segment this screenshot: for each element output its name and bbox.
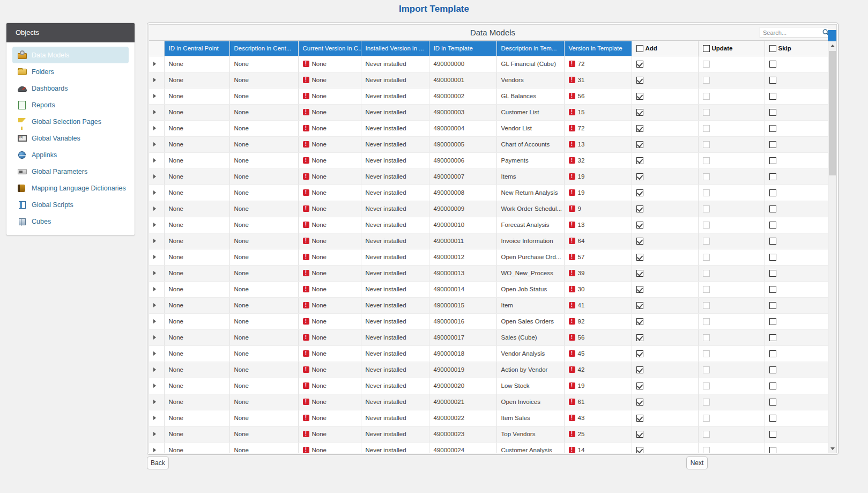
vertical-scrollbar[interactable]: [828, 41, 836, 453]
table-row[interactable]: NoneNoneNoneNever installed490000009Work…: [149, 201, 828, 217]
chevron-right-icon[interactable]: [153, 319, 156, 323]
add-checkbox[interactable]: [636, 399, 643, 406]
cell-add[interactable]: [632, 185, 698, 201]
cell-skip[interactable]: [765, 442, 828, 453]
sidebar-item-data-models[interactable]: Data Models: [12, 47, 129, 63]
chevron-up-icon[interactable]: [828, 41, 836, 50]
chevron-right-icon[interactable]: [153, 432, 156, 436]
cell-update[interactable]: [698, 104, 765, 120]
cell-update[interactable]: [698, 329, 765, 345]
add-checkbox[interactable]: [636, 141, 643, 148]
chevron-right-icon[interactable]: [153, 62, 156, 66]
skip-checkbox[interactable]: [769, 334, 776, 341]
row-expander-cell[interactable]: [149, 281, 164, 297]
row-expander-cell[interactable]: [149, 329, 164, 345]
row-expander-cell[interactable]: [149, 249, 164, 265]
cell-update[interactable]: [698, 152, 765, 168]
skip-checkbox[interactable]: [769, 157, 776, 164]
cell-add[interactable]: [632, 136, 698, 152]
add-checkbox[interactable]: [636, 270, 643, 277]
add-checkbox[interactable]: [636, 173, 643, 180]
cell-skip[interactable]: [765, 168, 828, 185]
cell-update[interactable]: [698, 281, 765, 297]
cell-add[interactable]: [632, 362, 698, 378]
cell-skip[interactable]: [765, 362, 828, 378]
add-checkbox[interactable]: [636, 205, 643, 212]
chevron-right-icon[interactable]: [153, 158, 156, 163]
chevron-right-icon[interactable]: [153, 126, 156, 130]
cell-update[interactable]: [698, 297, 765, 313]
add-checkbox[interactable]: [636, 77, 643, 84]
cell-update[interactable]: [698, 345, 765, 362]
row-expander-cell[interactable]: [149, 185, 164, 201]
add-checkbox[interactable]: [636, 109, 643, 116]
cell-update[interactable]: [698, 217, 765, 233]
sidebar-item-reports[interactable]: Reports: [12, 97, 129, 113]
cell-add[interactable]: [632, 249, 698, 265]
skip-checkbox[interactable]: [769, 447, 776, 453]
chevron-right-icon[interactable]: [153, 416, 156, 420]
row-expander-cell[interactable]: [149, 56, 164, 72]
chevron-right-icon[interactable]: [153, 271, 156, 275]
cell-add[interactable]: [632, 378, 698, 394]
sidebar-item-dashboards[interactable]: Dashboards: [12, 80, 129, 97]
row-expander-cell[interactable]: [149, 217, 164, 233]
skip-checkbox[interactable]: [769, 270, 776, 277]
cell-skip[interactable]: [765, 329, 828, 345]
table-row[interactable]: NoneNoneNoneNever installed490000019Acti…: [149, 362, 828, 378]
add-checkbox[interactable]: [636, 93, 643, 100]
cell-skip[interactable]: [765, 281, 828, 297]
row-expander-cell[interactable]: [149, 410, 164, 426]
skip-checkbox[interactable]: [769, 366, 776, 373]
add-checkbox[interactable]: [636, 238, 643, 245]
cell-update[interactable]: [698, 394, 765, 410]
table-row[interactable]: NoneNoneNoneNever installed490000001Vend…: [149, 72, 828, 88]
add-checkbox[interactable]: [636, 350, 643, 357]
chevron-right-icon[interactable]: [153, 207, 156, 211]
table-row[interactable]: NoneNoneNoneNever installed490000020Low …: [149, 378, 828, 394]
cell-update[interactable]: [698, 410, 765, 426]
cell-update[interactable]: [698, 56, 765, 72]
row-expander-cell[interactable]: [149, 394, 164, 410]
row-expander-cell[interactable]: [149, 152, 164, 168]
skip-checkbox[interactable]: [769, 286, 776, 293]
cell-skip[interactable]: [765, 56, 828, 72]
row-expander-cell[interactable]: [149, 297, 164, 313]
skip-checkbox[interactable]: [769, 302, 776, 309]
cell-add[interactable]: [632, 56, 698, 72]
cell-skip[interactable]: [765, 265, 828, 281]
cell-add[interactable]: [632, 201, 698, 217]
select-all-add-checkbox[interactable]: [636, 45, 643, 52]
cell-add[interactable]: [632, 281, 698, 297]
sidebar-item-global-parameters[interactable]: Global Parameters: [12, 163, 129, 180]
cell-skip[interactable]: [765, 136, 828, 152]
table-row[interactable]: NoneNoneNoneNever installed490000021Open…: [149, 394, 828, 410]
column-header-id-in-central-point[interactable]: ID in Central Point: [164, 41, 229, 56]
chevron-right-icon[interactable]: [153, 384, 156, 388]
skip-checkbox[interactable]: [769, 205, 776, 212]
add-checkbox[interactable]: [636, 61, 643, 68]
add-checkbox[interactable]: [636, 157, 643, 164]
chevron-right-icon[interactable]: [153, 239, 156, 243]
table-row[interactable]: NoneNoneNoneNever installed490000003Cust…: [149, 104, 828, 120]
column-header-installed-version-in[interactable]: Installed Version in ...: [361, 41, 429, 56]
cell-skip[interactable]: [765, 378, 828, 394]
cell-skip[interactable]: [765, 104, 828, 120]
skip-checkbox[interactable]: [769, 189, 776, 196]
row-expander-cell[interactable]: [149, 168, 164, 185]
search-input[interactable]: [760, 29, 820, 36]
row-expander-cell[interactable]: [149, 104, 164, 120]
row-expander-cell[interactable]: [149, 345, 164, 362]
chevron-right-icon[interactable]: [153, 335, 156, 340]
table-row[interactable]: NoneNoneNoneNever installed490000013WO_N…: [149, 265, 828, 281]
skip-checkbox[interactable]: [769, 431, 776, 438]
cell-update[interactable]: [698, 265, 765, 281]
row-expander-cell[interactable]: [149, 72, 164, 88]
search-box[interactable]: [760, 27, 833, 38]
chevron-right-icon[interactable]: [153, 110, 156, 114]
next-button[interactable]: Next: [686, 457, 708, 469]
row-expander-cell[interactable]: [149, 233, 164, 249]
cell-update[interactable]: [698, 362, 765, 378]
cell-add[interactable]: [632, 233, 698, 249]
column-header-description-in-tem[interactable]: Description in Tem...: [496, 41, 564, 56]
